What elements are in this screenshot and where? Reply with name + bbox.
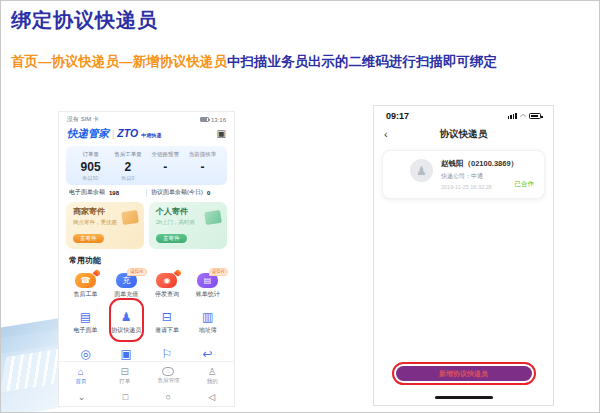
instruction-text: 首页—协议快递员—新增协议快递员中扫描业务员出示的二维码进行扫描即可绑定 [11,53,596,71]
tab-label: 售后管理 [157,377,179,384]
grid-item-stop-query[interactable]: ◉ 停发查询 [147,267,188,304]
nav-bar: ‹ 协议快递员 [374,123,553,145]
e-waybill-balance[interactable]: 电子面单余额 198 [69,188,142,197]
back-chevron-icon[interactable]: ‹ [384,128,388,140]
tab-label: 首页 [75,378,86,385]
grid-item-bill-stats[interactable]: ▤请操作 账单统计 [187,267,228,304]
tab-print-order[interactable]: ⊟ 打单 [103,362,147,388]
go-send-button[interactable]: 去寄件 [156,234,187,243]
wifi-icon: ◠ [520,113,526,120]
send-cards: 商家寄件 网点寄件，更优惠 去寄件 个人寄件 2h上门，高时效 去寄件 [66,202,227,249]
stat-label: 售后工单量 [109,151,146,158]
battery-icon [200,117,209,122]
go-send-button[interactable]: 去寄件 [73,234,104,243]
clock-text: 13:16 [211,117,226,123]
tab-label: 我的 [207,378,218,385]
grid-label: 邀请下单 [155,326,179,335]
bottom-tab-bar: ⌂ 首页 ⊟ 打单 … 售后管理 ♙ 我的 [59,361,234,388]
grid-item-address-book[interactable]: ▥ 地址簿 [187,304,228,341]
grid-label: 电子面单 [73,326,97,335]
balance-row: 电子面单余额 198 协议面单余额(今日) 0 [69,188,224,197]
battery-icon [529,113,541,119]
home-button[interactable]: ○ [166,392,171,402]
hide-keyboard-button[interactable]: ⌄ [78,392,86,402]
stat-chain-warning[interactable]: 全链路预警 - [147,151,184,181]
app-logo: 快递管家 | ZTO 中通快递 [67,127,161,141]
merchant-send-card[interactable]: 商家寄件 网点寄件，更优惠 去寄件 [66,202,144,249]
recents-button[interactable]: □ [123,392,128,402]
avatar: ♟ [410,159,433,182]
stat-pickup-rate[interactable]: 当前揽收率 - [184,151,221,181]
stat-aftersale-tickets[interactable]: 售后工单量 2 昨日0 [109,151,146,181]
stat-value: - [184,160,221,174]
courier-person-icon: ♟ [121,310,132,324]
courier-name: 赵钱阳（02100.3869） [441,159,518,169]
tab-profile[interactable]: ♙ 我的 [190,362,234,388]
personal-send-card[interactable]: 个人寄件 2h上门，高时效 去寄件 [149,202,227,249]
stat-value: 905 [72,160,109,174]
action-badge: 请操作 [209,268,229,276]
courier-company: 快递公司：中通 [441,172,518,181]
printer-icon: ⊟ [162,310,172,324]
instruction-path: 首页—协议快递员—新增协议快递员 [11,54,227,69]
signal-icon [508,113,517,119]
red-highlight-annotation: 新增协议快递员 [392,362,536,385]
page-title: 绑定协议快递员 [11,7,158,34]
icon-glyph: ☎ [80,276,90,285]
balance-value: 0 [207,190,210,196]
tab-label: 打单 [119,378,130,385]
balance-label: 电子面单余额 [69,188,105,197]
icon-glyph: 充 [122,275,130,286]
grid-label: 售后工单 [73,290,97,299]
page-header-title: 协议快递员 [440,128,488,141]
grid-item-agreement-courier[interactable]: ♟ 协议快递员 [106,304,147,341]
balance-label: 协议面单余额(今日) [151,188,203,197]
tab-home[interactable]: ⌂ 首页 [59,362,103,388]
package-icon [121,210,139,225]
scan-icon[interactable]: ▣ [217,129,226,139]
stat-value: - [147,160,184,174]
bill-stats-icon: ▤请操作 [197,273,218,288]
grid-label: 地址簿 [199,326,217,335]
chat-bubble-icon: … [162,367,174,376]
grid-label: 账单统计 [196,290,220,299]
balance-value: 198 [109,190,119,196]
stat-value: 2 [109,160,146,174]
stat-label: 全链路预警 [147,151,184,158]
stat-orders[interactable]: 订单量 905 昨日50 [72,151,109,181]
address-book-icon: ▥ [202,310,213,324]
back-button[interactable]: ◁ [208,392,215,402]
grid-label: 停发查询 [155,290,179,299]
problem-parcel-icon: ▣ [120,347,131,361]
search-parcel-icon: ◎ [80,347,90,361]
add-agreement-courier-button[interactable]: 新增协议快递员 [396,366,532,381]
home-indicator [435,396,493,399]
tab-aftersale-manage[interactable]: … 售后管理 [147,362,191,388]
person-icon: ♙ [208,366,217,377]
agreement-waybill-balance[interactable]: 协议面单余额(今日) 0 [151,188,224,197]
grid-label: 面单充值 [114,290,138,299]
courier-card[interactable]: ♟ 赵钱阳（02100.3869） 快递公司：中通 2019-11-25 16:… [382,150,545,199]
grid-item-e-waybill[interactable]: ▤ 电子面单 [65,304,106,341]
no-sim-text: 没有 SIM 卡 [67,115,99,124]
grid-item-aftersale-ticket[interactable]: ☎ 售后工单 [65,267,106,304]
grid-item-invite-order[interactable]: ⊟ 邀请下单 [147,304,188,341]
stat-sub: 昨日50 [72,175,109,181]
stat-sub: 昨日0 [109,175,146,181]
app-name-logo: 快递管家 [67,127,109,141]
left-phone-screenshot: 没有 SIM 卡 13:16 快递管家 | ZTO 中通快递 ▣ 订单量 905… [58,111,235,407]
stats-card: 订单量 905 昨日50 售后工单量 2 昨日0 全链路预警 - 当前揽收率 - [66,146,227,185]
right-status-bar: 09:17 ◠ [374,106,553,123]
e-waybill-icon: ▤ [80,310,91,324]
clock-text: 09:17 [386,111,409,121]
stat-sub [147,175,184,181]
icon-glyph: ▤ [204,276,212,285]
change-address-icon: ⚐ [161,347,172,361]
grid-item-waybill-recharge[interactable]: 充请操作 面单充值 [106,267,147,304]
right-phone-screenshot: 09:17 ◠ ‹ 协议快递员 ♟ 赵钱阳（02100.3869） 快递公司：中… [373,105,554,406]
printer-icon: ⊟ [120,366,128,377]
home-icon: ⌂ [78,366,84,377]
grid-label: 协议快递员 [111,326,141,335]
location-pin-icon: ◉ [156,273,177,288]
bind-timestamp: 2019-11-25 16:32:28 [441,184,518,190]
